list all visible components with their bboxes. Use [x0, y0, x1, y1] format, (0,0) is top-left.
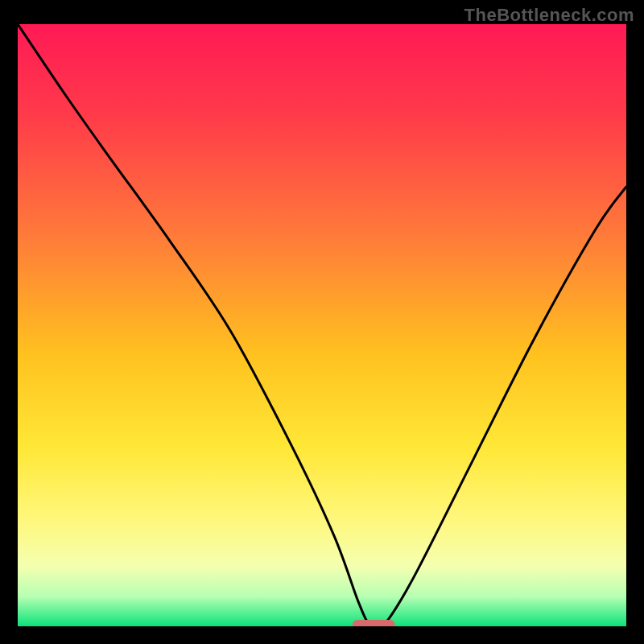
gradient-background	[18, 24, 626, 626]
plot-area	[18, 24, 626, 626]
chart-frame: TheBottleneck.com	[0, 0, 644, 644]
chart-svg	[18, 24, 626, 626]
minimum-marker	[353, 620, 395, 626]
watermark-text: TheBottleneck.com	[464, 5, 634, 26]
